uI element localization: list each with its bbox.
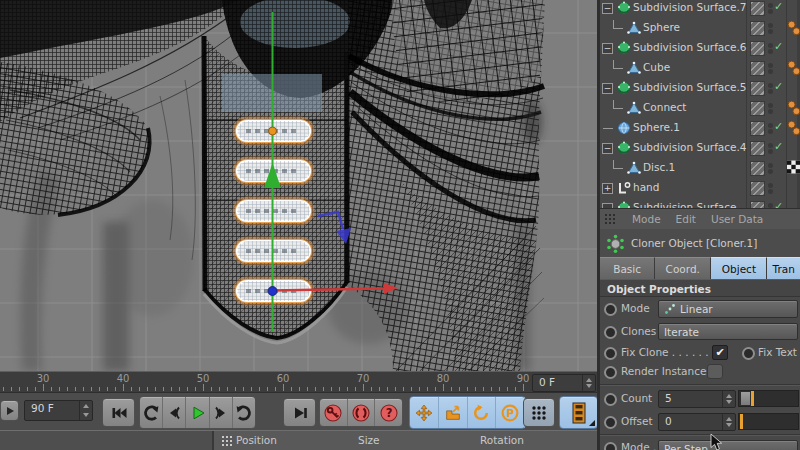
enabled-check-icon[interactable]: ✓	[774, 120, 783, 133]
keyframe-circle[interactable]	[604, 347, 617, 360]
keyframe-circle[interactable]	[604, 303, 617, 316]
tab-basic[interactable]: Basic	[600, 257, 655, 280]
layer-icon[interactable]	[750, 181, 765, 196]
step-mode-dropdown[interactable]: Per Step	[658, 440, 798, 450]
menu-grip-handle[interactable]	[604, 213, 617, 225]
object-name[interactable]: Sphere.1	[633, 121, 680, 133]
object-name[interactable]: hand	[633, 181, 659, 193]
visibility-dots[interactable]	[768, 102, 773, 115]
cloner-parameter-handle[interactable]	[269, 127, 277, 135]
record-parameter-toggle[interactable]: P	[496, 397, 525, 428]
next-frame-button[interactable]	[210, 397, 233, 428]
layer-icon[interactable]	[750, 1, 765, 16]
visibility-dots[interactable]	[768, 2, 773, 15]
object-name[interactable]: Connect	[643, 101, 686, 113]
object-name[interactable]: Disc.1	[643, 161, 675, 173]
keyframe-circle[interactable]	[604, 442, 617, 450]
phong-tag-icon[interactable]	[787, 20, 800, 36]
object-name[interactable]: Subdivision Surface.4	[633, 141, 747, 153]
tab-coord[interactable]: Coord.	[655, 257, 711, 280]
next-key-button[interactable]	[233, 397, 255, 428]
object-name[interactable]: Subdivision Surface.7	[633, 1, 747, 13]
coordinates-grip-handle[interactable]	[221, 435, 234, 447]
prev-frame-button[interactable]	[163, 397, 186, 428]
visibility-dots[interactable]	[768, 82, 773, 95]
visibility-dots[interactable]	[768, 62, 773, 75]
record-pla-toggle[interactable]	[523, 398, 555, 427]
count-slider[interactable]	[738, 390, 799, 407]
phong-tag-icon[interactable]	[787, 100, 800, 116]
layer-icon[interactable]	[750, 141, 765, 156]
timeline-ruler[interactable]: 30405060708090 0 F	[0, 371, 597, 393]
origin-handle[interactable]	[268, 287, 277, 296]
tab-transform[interactable]: Tran	[767, 257, 800, 280]
keyframe-circle[interactable]	[604, 326, 617, 339]
object-row[interactable]: −Subdivision Surface.7✓	[600, 0, 800, 18]
render-instances-checkbox[interactable]	[707, 364, 723, 379]
visibility-dots[interactable]	[768, 182, 773, 195]
visibility-dots[interactable]	[768, 142, 773, 155]
object-row[interactable]: Sphere	[600, 18, 800, 38]
end-frame-spinner[interactable]	[582, 375, 594, 391]
layer-icon[interactable]	[750, 121, 765, 136]
menu-item-edit[interactable]: Edit	[676, 213, 696, 225]
expand-toggle-icon[interactable]: −	[602, 83, 613, 94]
count-field[interactable]: 5	[658, 390, 736, 408]
goto-end-button[interactable]	[283, 398, 316, 427]
offset-spinner[interactable]	[722, 414, 734, 430]
layer-icon[interactable]	[750, 81, 765, 96]
mode-dropdown[interactable]: Linear	[658, 300, 798, 318]
layer-icon[interactable]	[750, 201, 765, 208]
current-frame-field[interactable]: 90 F	[24, 400, 93, 421]
object-name[interactable]: Sphere	[643, 21, 680, 33]
enabled-check-icon[interactable]: ✓	[774, 200, 783, 208]
layer-icon[interactable]	[750, 101, 765, 116]
record-keyframe-button[interactable]	[320, 399, 348, 426]
clones-dropdown[interactable]: Iterate	[658, 323, 798, 340]
expand-toggle-icon[interactable]: −	[602, 43, 613, 54]
keyframe-circle[interactable]	[604, 393, 617, 406]
autokey-button[interactable]	[348, 399, 376, 426]
current-frame-spinner[interactable]	[79, 401, 91, 420]
object-row[interactable]: Disc.1	[600, 158, 800, 178]
layer-icon[interactable]	[750, 61, 765, 76]
object-row[interactable]: Connect	[600, 98, 800, 118]
layer-icon[interactable]	[750, 21, 765, 36]
keyframe-selection-button[interactable]	[559, 396, 598, 429]
layer-icon[interactable]	[750, 161, 765, 176]
prev-key-button[interactable]	[140, 397, 163, 428]
object-name[interactable]: Subdivision Surface.5	[633, 81, 747, 93]
visibility-dots[interactable]	[768, 162, 773, 175]
object-name[interactable]: Subdivision Surface.6	[633, 41, 747, 53]
object-row[interactable]: +hand	[600, 178, 800, 198]
count-spinner[interactable]	[722, 391, 734, 407]
enabled-check-icon[interactable]: ✓	[774, 80, 783, 93]
keyframe-circle[interactable]	[604, 416, 617, 429]
keying-options-button[interactable]: ?	[375, 399, 402, 426]
viewport-canvas[interactable]	[0, 0, 597, 371]
preview-play-button[interactable]	[0, 400, 19, 421]
menu-item-user-data[interactable]: User Data	[711, 213, 763, 225]
visibility-dots[interactable]	[768, 122, 773, 135]
object-row[interactable]: Cube	[600, 58, 800, 78]
object-row[interactable]: −Subdivision Surface.4✓	[600, 138, 800, 158]
enabled-check-icon[interactable]: ✓	[774, 0, 783, 13]
layer-icon[interactable]	[750, 41, 765, 56]
enabled-check-icon[interactable]: ✓	[774, 40, 783, 53]
record-rotation-toggle[interactable]	[468, 397, 497, 428]
object-name[interactable]: Cube	[643, 61, 670, 73]
keyframe-circle[interactable]	[604, 366, 617, 379]
end-frame-field[interactable]: 0 F	[532, 374, 596, 392]
visibility-dots[interactable]	[768, 42, 773, 55]
checker-tag-icon[interactable]	[787, 160, 800, 176]
enabled-check-icon[interactable]: ✓	[774, 140, 783, 153]
object-row[interactable]: −Subdivision Surface✓	[600, 198, 800, 208]
fix-clone-checkbox[interactable]: ✔	[712, 345, 728, 360]
object-name[interactable]: Subdivision Surface	[633, 201, 737, 208]
record-scale-toggle[interactable]	[439, 397, 468, 428]
phong-tag-icon[interactable]	[787, 120, 800, 136]
object-row[interactable]: −Subdivision Surface.5✓	[600, 78, 800, 98]
object-row[interactable]: −Subdivision Surface.6✓	[600, 38, 800, 58]
phong-tag-icon[interactable]	[787, 60, 800, 76]
expand-toggle-icon[interactable]: +	[602, 183, 613, 194]
